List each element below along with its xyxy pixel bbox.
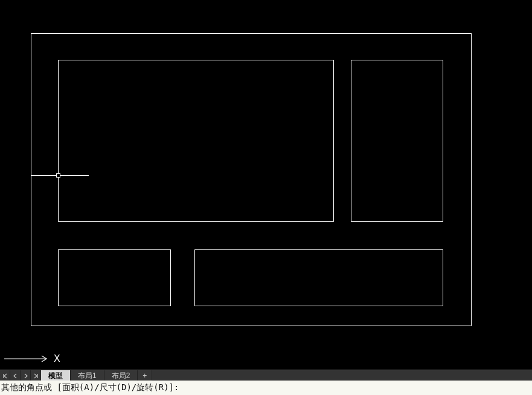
drawing-rect-top-right	[351, 60, 443, 222]
tab-layout2[interactable]: 布局2	[104, 370, 138, 381]
tab-nav-last[interactable]	[31, 370, 41, 381]
tab-layout1[interactable]: 布局1	[71, 370, 104, 381]
tab-nav-next[interactable]	[21, 370, 31, 381]
ucs-icon: X	[4, 352, 62, 367]
drawing-rect-top-left	[58, 60, 334, 222]
tab-model[interactable]: 模型	[41, 370, 71, 381]
tab-nav-first[interactable]	[0, 370, 10, 381]
tab-add[interactable]: +	[138, 370, 152, 381]
drawing-rect-bottom-left	[58, 249, 171, 306]
tab-nav-prev[interactable]	[10, 370, 21, 381]
command-text: 其他的角点或 [面积(A)/尺寸(D)/旋转(R)]:	[1, 382, 179, 393]
layout-tab-bar: 模型 布局1 布局2 +	[0, 370, 532, 381]
command-line[interactable]: 其他的角点或 [面积(A)/尺寸(D)/旋转(R)]:	[0, 381, 532, 395]
drawing-rect-bottom-right	[194, 249, 443, 306]
ucs-x-label: X	[54, 353, 60, 364]
drawing-canvas[interactable]: X	[0, 0, 532, 370]
